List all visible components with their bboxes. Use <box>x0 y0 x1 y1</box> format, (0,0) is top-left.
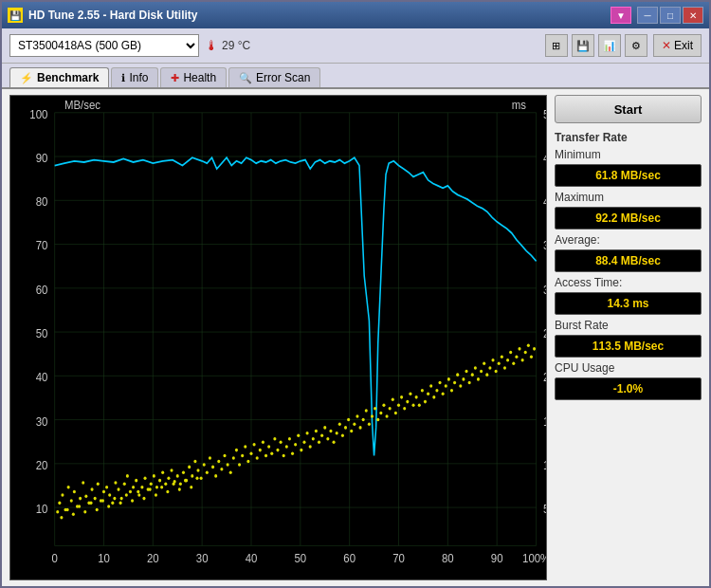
svg-point-88 <box>150 482 153 486</box>
tab-benchmark[interactable]: ⚡ Benchmark <box>9 67 109 87</box>
tab-bar: ⚡ Benchmark ℹ Info ✚ Health 🔍 Error Scan <box>2 64 709 89</box>
svg-point-184 <box>432 395 435 399</box>
svg-point-65 <box>82 481 84 485</box>
svg-point-99 <box>182 471 185 475</box>
stats-panel: Start Transfer Rate Minimum 61.8 MB/sec … <box>555 95 702 580</box>
svg-point-140 <box>302 441 305 445</box>
svg-point-198 <box>474 366 477 370</box>
minimize-button[interactable]: ─ <box>637 7 658 24</box>
tab-error-scan[interactable]: 🔍 Error Scan <box>228 67 320 87</box>
svg-point-108 <box>209 456 211 460</box>
svg-point-180 <box>421 389 424 393</box>
svg-point-89 <box>153 474 155 478</box>
cpu-usage-label: CPU Usage <box>555 361 702 375</box>
svg-point-79 <box>123 482 126 486</box>
export-icon-btn[interactable]: 📊 <box>598 34 621 57</box>
svg-point-169 <box>389 407 392 411</box>
svg-point-226 <box>101 499 104 503</box>
svg-point-139 <box>300 449 302 452</box>
svg-point-62 <box>73 490 76 494</box>
svg-text:30: 30 <box>543 283 546 297</box>
svg-point-91 <box>158 479 161 483</box>
svg-point-127 <box>264 454 267 458</box>
svg-point-234 <box>149 487 152 491</box>
error-scan-tab-label: Error Scan <box>256 71 310 84</box>
svg-point-135 <box>288 437 291 441</box>
svg-point-116 <box>232 456 235 460</box>
svg-point-230 <box>125 493 128 497</box>
burst-rate-value: 113.5 MB/sec <box>555 335 702 358</box>
svg-point-225 <box>96 508 99 512</box>
copy-icon-btn[interactable]: ⊞ <box>545 34 568 57</box>
window-title: HD Tune 2.55 - Hard Disk Utility <box>28 9 611 22</box>
svg-point-228 <box>113 497 116 501</box>
close-button[interactable]: ✕ <box>683 7 703 24</box>
svg-point-113 <box>223 454 226 458</box>
svg-point-104 <box>196 469 199 472</box>
maximum-label: Maximum <box>555 191 702 204</box>
svg-point-102 <box>191 474 193 478</box>
svg-text:80: 80 <box>36 195 48 210</box>
svg-point-204 <box>491 358 494 362</box>
toolbar-icons: ⊞ 💾 📊 ⚙ <box>545 34 647 57</box>
svg-text:20: 20 <box>36 458 48 472</box>
svg-point-134 <box>285 445 288 449</box>
svg-point-171 <box>394 412 397 415</box>
svg-point-203 <box>488 366 491 370</box>
svg-point-95 <box>170 469 173 472</box>
svg-point-72 <box>102 490 105 494</box>
svg-point-190 <box>450 389 453 393</box>
svg-text:100%: 100% <box>522 551 546 565</box>
svg-point-197 <box>471 373 474 377</box>
svg-point-241 <box>190 486 192 489</box>
error-scan-tab-icon: 🔍 <box>239 72 252 84</box>
svg-point-219 <box>60 516 63 520</box>
svg-point-121 <box>246 460 249 464</box>
svg-point-57 <box>58 502 61 505</box>
svg-point-158 <box>356 414 358 418</box>
start-button[interactable]: Start <box>555 95 702 123</box>
svg-point-201 <box>483 362 485 366</box>
svg-point-148 <box>326 437 329 441</box>
svg-point-242 <box>195 476 198 480</box>
svg-point-174 <box>403 407 406 411</box>
svg-point-232 <box>137 490 139 494</box>
drive-selector[interactable]: ST3500418AS (500 GB) <box>9 34 199 57</box>
svg-text:40: 40 <box>543 195 546 210</box>
svg-point-75 <box>111 502 114 505</box>
tab-health[interactable]: ✚ Health <box>160 67 227 87</box>
svg-point-175 <box>406 400 409 404</box>
tab-info[interactable]: ℹ Info <box>111 67 158 87</box>
svg-point-173 <box>400 395 403 399</box>
svg-point-161 <box>365 409 368 413</box>
thermometer-icon: 🌡 <box>205 38 218 53</box>
svg-point-229 <box>119 502 122 505</box>
svg-text:70: 70 <box>392 551 405 565</box>
svg-point-205 <box>495 370 498 374</box>
svg-point-90 <box>155 486 158 489</box>
svg-point-181 <box>424 400 427 404</box>
save-icon-btn[interactable]: 💾 <box>572 34 594 57</box>
svg-point-92 <box>161 471 164 475</box>
maximize-button[interactable]: □ <box>660 7 681 24</box>
svg-point-165 <box>376 418 379 422</box>
svg-point-132 <box>280 441 283 445</box>
svg-point-218 <box>533 347 536 351</box>
average-value: 88.4 MB/sec <box>555 249 702 272</box>
svg-point-111 <box>217 460 220 464</box>
svg-point-126 <box>262 441 264 445</box>
svg-point-105 <box>200 476 203 480</box>
svg-point-217 <box>530 355 533 358</box>
svg-point-82 <box>132 486 135 489</box>
benchmark-chart: 100 90 80 70 60 50 40 30 20 10 50 45 40 … <box>9 95 547 580</box>
maximum-value: 92.2 MB/sec <box>555 207 702 230</box>
svg-point-130 <box>273 437 276 441</box>
svg-point-211 <box>512 362 515 366</box>
exit-button[interactable]: ✕ Exit <box>653 34 702 57</box>
svg-point-215 <box>524 351 527 355</box>
svg-point-220 <box>66 508 69 512</box>
config-icon-btn[interactable]: ⚙ <box>625 34 647 57</box>
svg-point-150 <box>333 441 336 445</box>
special-button[interactable]: ▼ <box>611 7 631 24</box>
svg-point-64 <box>79 497 82 501</box>
